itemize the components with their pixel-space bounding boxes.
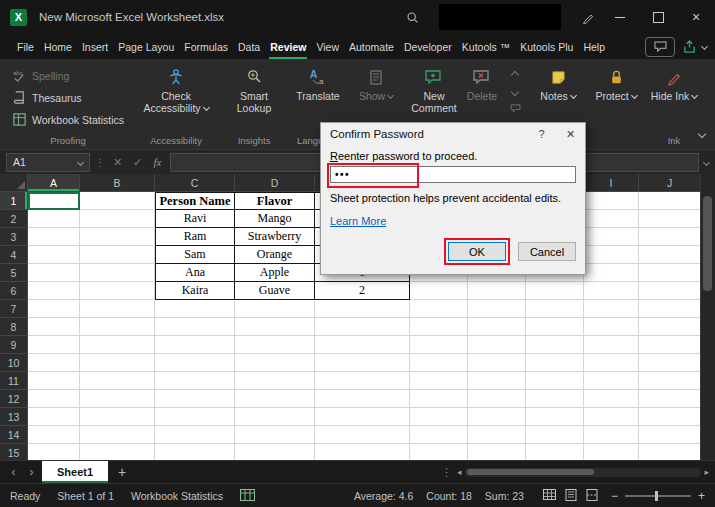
ribbon-tab-developer[interactable]: Developer bbox=[399, 34, 457, 59]
cell-D2[interactable]: Mango bbox=[235, 210, 315, 228]
cell-G8[interactable] bbox=[468, 318, 526, 336]
formula-bar-handle[interactable]: ⋮ bbox=[95, 157, 105, 168]
row-header-7[interactable]: 7 bbox=[0, 300, 28, 318]
ribbon-tab-view[interactable]: View bbox=[311, 34, 344, 59]
cell-C11[interactable] bbox=[155, 372, 235, 390]
column-header-J[interactable]: J bbox=[639, 174, 701, 192]
select-all-corner[interactable] bbox=[0, 174, 28, 192]
ribbon-tab-help[interactable]: Help bbox=[578, 34, 610, 59]
page-layout-view-button[interactable] bbox=[565, 489, 577, 503]
ribbon-tab-automate[interactable]: Automate bbox=[344, 34, 399, 59]
cell-D12[interactable] bbox=[235, 390, 315, 408]
spelling-button[interactable]: abc Spelling bbox=[8, 65, 128, 86]
row-header-12[interactable]: 12 bbox=[0, 390, 28, 408]
row-header-5[interactable]: 5 bbox=[0, 264, 28, 282]
cell-B1[interactable] bbox=[80, 192, 155, 210]
ribbon-tab-formulas[interactable]: Formulas bbox=[179, 34, 233, 59]
cell-C7[interactable] bbox=[155, 300, 235, 318]
cell-C12[interactable] bbox=[155, 390, 235, 408]
cell-C5[interactable]: Ana bbox=[155, 264, 235, 282]
status-workbook-statistics[interactable]: Workbook Statistics bbox=[131, 490, 223, 502]
cell-I3[interactable] bbox=[584, 228, 639, 246]
cell-H7[interactable] bbox=[526, 300, 584, 318]
cell-C2[interactable]: Ravi bbox=[155, 210, 235, 228]
cell-C6[interactable]: Kaira bbox=[155, 282, 235, 300]
vertical-scrollbar[interactable] bbox=[700, 174, 715, 460]
cell-I7[interactable] bbox=[584, 300, 639, 318]
previous-comment-button[interactable] bbox=[506, 67, 524, 82]
cell-A12[interactable] bbox=[28, 390, 80, 408]
cell-D14[interactable] bbox=[235, 426, 315, 444]
hide-ink-button[interactable]: Hide Ink bbox=[650, 62, 698, 102]
cell-A4[interactable] bbox=[28, 246, 80, 264]
minimize-button[interactable] bbox=[601, 0, 639, 34]
cell-F11[interactable] bbox=[410, 372, 468, 390]
ribbon-tab-insert[interactable]: Insert bbox=[77, 34, 113, 59]
cell-D8[interactable] bbox=[235, 318, 315, 336]
cell-D4[interactable]: Orange bbox=[235, 246, 315, 264]
show-changes-button[interactable]: Show bbox=[352, 62, 400, 102]
ribbon-tab-review[interactable]: Review bbox=[265, 34, 311, 59]
cell-B11[interactable] bbox=[80, 372, 155, 390]
cell-B13[interactable] bbox=[80, 408, 155, 426]
cell-B12[interactable] bbox=[80, 390, 155, 408]
cell-I13[interactable] bbox=[584, 408, 639, 426]
row-header-1[interactable]: 1 bbox=[0, 192, 28, 210]
cell-J12[interactable] bbox=[639, 390, 701, 408]
cell-F6[interactable] bbox=[410, 282, 468, 300]
cell-I1[interactable] bbox=[584, 192, 639, 210]
cell-J1[interactable] bbox=[639, 192, 701, 210]
row-header-11[interactable]: 11 bbox=[0, 372, 28, 390]
dialog-help-button[interactable]: ? bbox=[527, 123, 556, 145]
cell-H12[interactable] bbox=[526, 390, 584, 408]
learn-more-link[interactable]: Learn More bbox=[330, 215, 386, 227]
new-comment-button[interactable]: New Comment bbox=[410, 62, 458, 114]
cell-J4[interactable] bbox=[639, 246, 701, 264]
check-accessibility-button[interactable]: Check Accessibility bbox=[138, 62, 214, 114]
show-comments-button[interactable] bbox=[506, 101, 524, 116]
row-header-4[interactable]: 4 bbox=[0, 246, 28, 264]
row-header-15[interactable]: 15 bbox=[0, 444, 28, 460]
cell-B15[interactable] bbox=[80, 444, 155, 460]
cell-B6[interactable] bbox=[80, 282, 155, 300]
cell-I4[interactable] bbox=[584, 246, 639, 264]
row-header-2[interactable]: 2 bbox=[0, 210, 28, 228]
next-comment-button[interactable] bbox=[506, 84, 524, 99]
cell-D5[interactable]: Apple bbox=[235, 264, 315, 282]
cell-G10[interactable] bbox=[468, 354, 526, 372]
workbook-statistics-button[interactable]: Workbook Statistics bbox=[8, 109, 128, 130]
zoom-in-button[interactable]: + bbox=[698, 489, 705, 503]
ribbon-tab-data[interactable]: Data bbox=[233, 34, 265, 59]
cell-A7[interactable] bbox=[28, 300, 80, 318]
cell-H6[interactable] bbox=[526, 282, 584, 300]
cell-G11[interactable] bbox=[468, 372, 526, 390]
row-header-6[interactable]: 6 bbox=[0, 282, 28, 300]
cell-J8[interactable] bbox=[639, 318, 701, 336]
comments-button[interactable] bbox=[645, 37, 675, 57]
cell-E13[interactable] bbox=[315, 408, 410, 426]
status-average[interactable]: Average: 4.6 bbox=[354, 490, 413, 502]
cell-F7[interactable] bbox=[410, 300, 468, 318]
cell-E6[interactable]: 2 bbox=[315, 282, 410, 300]
cell-H9[interactable] bbox=[526, 336, 584, 354]
pen-icon[interactable] bbox=[575, 0, 601, 34]
cell-I11[interactable] bbox=[584, 372, 639, 390]
cell-H11[interactable] bbox=[526, 372, 584, 390]
cell-B5[interactable] bbox=[80, 264, 155, 282]
cell-D11[interactable] bbox=[235, 372, 315, 390]
enter-entry-icon[interactable]: ✓ bbox=[130, 156, 145, 169]
cancel-entry-icon[interactable]: ✕ bbox=[110, 156, 125, 169]
cell-B7[interactable] bbox=[80, 300, 155, 318]
scroll-left-arrow[interactable]: ◂ bbox=[457, 467, 462, 477]
share-button[interactable] bbox=[682, 40, 707, 54]
cell-J6[interactable] bbox=[639, 282, 701, 300]
translate-button[interactable]: Aa Translate bbox=[294, 62, 342, 102]
cell-D15[interactable] bbox=[235, 444, 315, 460]
cell-A13[interactable] bbox=[28, 408, 80, 426]
thesaurus-button[interactable]: Thesaurus bbox=[8, 87, 128, 108]
cell-I2[interactable] bbox=[584, 210, 639, 228]
cell-H10[interactable] bbox=[526, 354, 584, 372]
cell-F14[interactable] bbox=[410, 426, 468, 444]
cell-F9[interactable] bbox=[410, 336, 468, 354]
cell-A2[interactable] bbox=[28, 210, 80, 228]
